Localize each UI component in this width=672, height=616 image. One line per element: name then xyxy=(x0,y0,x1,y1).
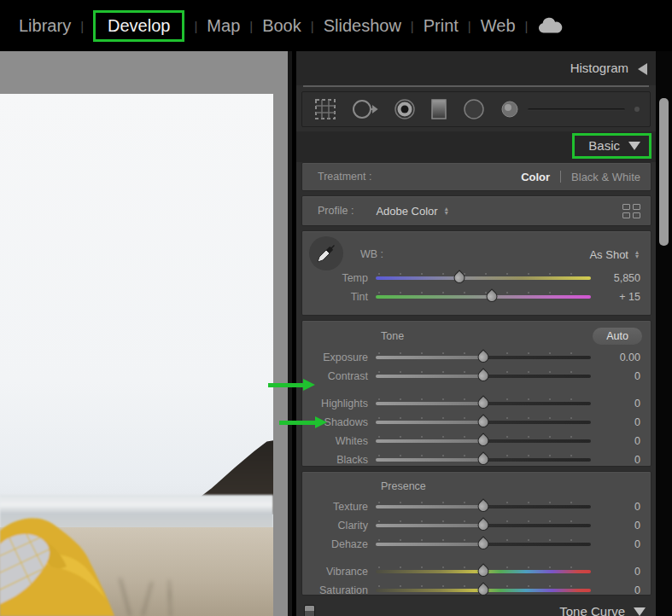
slider-value-whites[interactable]: 0 xyxy=(591,435,640,447)
photo[interactable] xyxy=(0,94,273,616)
slider-ticks xyxy=(378,273,588,275)
slider-track-texture[interactable] xyxy=(376,505,591,508)
slider-row-clarity: Clarity0 xyxy=(302,516,651,535)
slider-value-dehaze[interactable]: 0 xyxy=(591,538,640,550)
slider-row-blacks: Blacks0 xyxy=(302,450,651,469)
wb-eyedropper-icon[interactable] xyxy=(309,236,343,270)
slider-value-texture[interactable]: 0 xyxy=(591,501,640,513)
slider-value-tint[interactable]: + 15 xyxy=(591,291,640,303)
menu-separator: | xyxy=(311,19,314,33)
adjustment-brush-icon[interactable] xyxy=(500,97,520,121)
slider-label-tint: Tint xyxy=(302,291,376,303)
wb-updown-icon: ▴▾ xyxy=(635,250,639,259)
auto-button[interactable]: Auto xyxy=(593,328,642,345)
photo-canvas-area xyxy=(0,51,292,616)
slider-value-temp[interactable]: 5,850 xyxy=(591,272,640,284)
tone-curve-panel-header[interactable]: Tone Curve xyxy=(296,600,656,616)
lightroom-window: Library|Develop|Map|Book|Slideshow|Print… xyxy=(0,0,672,616)
treatment-label: Treatment : xyxy=(318,171,371,183)
profile-browser-icon[interactable] xyxy=(622,204,640,218)
red-eye-icon[interactable] xyxy=(393,97,417,121)
wb-value-dropdown[interactable]: As Shot ▴▾ xyxy=(589,248,639,261)
histogram-panel-header[interactable]: Histogram xyxy=(296,51,656,85)
slider-row-texture: Texture0 xyxy=(302,497,651,516)
menu-item-library[interactable]: Library xyxy=(17,13,73,39)
slider-track-dehaze[interactable] xyxy=(376,543,591,546)
menu-separator: | xyxy=(411,19,414,33)
slider-track-shadows[interactable] xyxy=(376,421,591,424)
collapse-down-icon xyxy=(628,142,640,150)
slider-track-tint[interactable] xyxy=(376,295,591,299)
slider-label-temp: Temp xyxy=(302,272,376,284)
menu-item-map[interactable]: Map xyxy=(205,13,242,39)
panel-scrollbar-track[interactable] xyxy=(656,51,672,616)
white-balance-section: WB : As Shot ▴▾ Temp5,850Tint+ 15 xyxy=(301,230,652,316)
treatment-bw-option[interactable]: Black & White xyxy=(571,171,640,183)
basic-title: Basic xyxy=(588,138,620,153)
slider-track-temp[interactable] xyxy=(376,276,591,280)
develop-right-panel: Histogram xyxy=(296,51,656,616)
slider-track-contrast[interactable] xyxy=(376,375,591,378)
panel-switch-icon[interactable] xyxy=(304,605,315,616)
profile-updown-icon[interactable]: ▴▾ xyxy=(445,206,448,215)
slider-row-shadows: Shadows0 xyxy=(302,413,651,432)
slider-track-blacks[interactable] xyxy=(376,458,591,462)
slider-track-whites[interactable] xyxy=(376,439,591,443)
slider-row-contrast: Contrast0 xyxy=(302,367,651,386)
wb-sliders: Temp5,850Tint+ 15 xyxy=(302,269,651,306)
slider-label-exposure: Exposure xyxy=(302,352,376,363)
slider-value-saturation[interactable]: 0 xyxy=(591,584,640,596)
slider-value-blacks[interactable]: 0 xyxy=(591,454,640,466)
basic-panel-toggle[interactable]: Basic xyxy=(572,133,652,159)
annotation-arrow-highlights xyxy=(268,379,315,391)
crop-overlay-icon[interactable] xyxy=(313,97,338,121)
module-picker: Library|Develop|Map|Book|Slideshow|Print… xyxy=(0,0,672,51)
brush-size-slider[interactable] xyxy=(528,108,625,111)
profile-label: Profile : xyxy=(318,205,354,217)
slider-label-whites: Whites xyxy=(302,435,376,447)
slider-track-highlights[interactable] xyxy=(376,402,591,405)
treatment-color-option[interactable]: Color xyxy=(521,171,550,183)
graduated-filter-icon[interactable] xyxy=(429,97,448,121)
slider-track-exposure[interactable] xyxy=(376,356,591,359)
menu-item-book[interactable]: Book xyxy=(260,13,303,39)
menu-item-web[interactable]: Web xyxy=(479,13,517,39)
menu-item-print[interactable]: Print xyxy=(422,13,460,39)
slider-value-exposure[interactable]: 0.00 xyxy=(591,352,640,363)
treatment-separator xyxy=(560,171,561,183)
slider-value-shadows[interactable]: 0 xyxy=(591,416,640,428)
slider-track-clarity[interactable] xyxy=(376,524,591,527)
slider-track-vibrance[interactable] xyxy=(376,570,591,573)
presence-section: Presence Texture0Clarity0Dehaze0Vibrance… xyxy=(301,471,652,596)
slider-row-whites: Whites0 xyxy=(302,432,651,450)
profile-section: Profile : Adobe Color ▴▾ xyxy=(301,195,652,226)
slider-row-exposure: Exposure0.00 xyxy=(302,348,651,367)
menu-separator: | xyxy=(468,19,471,33)
slider-track-saturation[interactable] xyxy=(376,589,591,592)
collapse-left-icon xyxy=(638,63,647,75)
basic-panel-header: Basic xyxy=(296,131,656,162)
panel-scrollbar-thumb[interactable] xyxy=(659,98,669,246)
slider-ticks xyxy=(378,292,588,293)
menu-item-slideshow[interactable]: Slideshow xyxy=(322,13,403,39)
histogram-title: Histogram xyxy=(570,61,628,75)
presence-sliders: Texture0Clarity0Dehaze0Vibrance0Saturati… xyxy=(302,497,651,600)
slider-value-highlights[interactable]: 0 xyxy=(591,398,640,410)
slider-value-vibrance[interactable]: 0 xyxy=(591,566,640,578)
collapse-down-icon xyxy=(634,607,646,616)
slider-row-dehaze: Dehaze0 xyxy=(302,535,651,554)
profile-value-dropdown[interactable]: Adobe Color xyxy=(376,205,437,218)
menu-separator: | xyxy=(80,19,84,33)
menu-separator: | xyxy=(525,19,529,33)
slider-value-contrast[interactable]: 0 xyxy=(591,370,640,382)
slider-value-clarity[interactable]: 0 xyxy=(591,520,640,532)
radial-filter-icon[interactable] xyxy=(461,97,487,121)
tone-curve-title: Tone Curve xyxy=(559,604,625,616)
spot-removal-icon[interactable] xyxy=(351,97,380,121)
menu-item-develop[interactable]: Develop xyxy=(93,10,184,42)
photo-person-yellow-jacket xyxy=(0,508,150,616)
panel-divider xyxy=(303,85,649,87)
tone-sliders: Exposure0.00Contrast0Highlights0Shadows0… xyxy=(302,348,651,469)
slider-label-highlights: Highlights xyxy=(302,398,376,410)
cloud-sync-icon[interactable] xyxy=(537,16,563,35)
